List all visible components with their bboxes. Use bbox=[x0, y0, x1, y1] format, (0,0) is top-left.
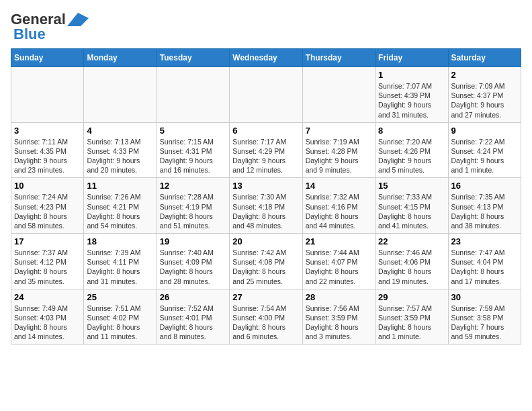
calendar-day-cell: 28Sunrise: 7:56 AM Sunset: 3:59 PM Dayli… bbox=[302, 289, 375, 345]
calendar-day-cell: 9Sunrise: 7:22 AM Sunset: 4:24 PM Daylig… bbox=[448, 122, 521, 178]
day-number: 26 bbox=[160, 292, 226, 302]
day-number: 15 bbox=[378, 181, 445, 191]
calendar-day-cell: 19Sunrise: 7:40 AM Sunset: 4:09 PM Dayli… bbox=[157, 234, 229, 289]
calendar-day-cell bbox=[84, 67, 157, 123]
day-info: Sunrise: 7:57 AM Sunset: 3:59 PM Dayligh… bbox=[378, 304, 445, 342]
calendar-day-cell: 13Sunrise: 7:30 AM Sunset: 4:18 PM Dayli… bbox=[230, 178, 302, 234]
day-number: 25 bbox=[87, 292, 153, 302]
logo-blue-text: Blue bbox=[13, 26, 46, 43]
weekday-header: Tuesday bbox=[157, 49, 229, 67]
svg-marker-0 bbox=[67, 13, 89, 26]
calendar-day-cell: 8Sunrise: 7:20 AM Sunset: 4:26 PM Daylig… bbox=[375, 122, 448, 178]
day-info: Sunrise: 7:32 AM Sunset: 4:16 PM Dayligh… bbox=[306, 192, 372, 230]
calendar-day-cell: 24Sunrise: 7:49 AM Sunset: 4:03 PM Dayli… bbox=[11, 289, 84, 345]
day-number: 18 bbox=[87, 236, 153, 246]
day-info: Sunrise: 7:20 AM Sunset: 4:26 PM Dayligh… bbox=[378, 137, 445, 175]
day-number: 30 bbox=[451, 292, 518, 302]
day-info: Sunrise: 7:40 AM Sunset: 4:09 PM Dayligh… bbox=[160, 248, 226, 286]
calendar-day-cell: 7Sunrise: 7:19 AM Sunset: 4:28 PM Daylig… bbox=[302, 122, 375, 178]
day-number: 6 bbox=[232, 126, 299, 136]
day-info: Sunrise: 7:37 AM Sunset: 4:12 PM Dayligh… bbox=[14, 248, 81, 286]
calendar-header-row: SundayMondayTuesdayWednesdayThursdayFrid… bbox=[11, 49, 521, 67]
calendar-week-row: 3Sunrise: 7:11 AM Sunset: 4:35 PM Daylig… bbox=[11, 122, 521, 178]
calendar-day-cell: 4Sunrise: 7:13 AM Sunset: 4:33 PM Daylig… bbox=[84, 122, 157, 178]
day-number: 21 bbox=[306, 236, 372, 246]
calendar-table: SundayMondayTuesdayWednesdayThursdayFrid… bbox=[11, 48, 521, 345]
day-number: 16 bbox=[451, 181, 518, 191]
weekday-header: Wednesday bbox=[230, 49, 302, 67]
day-info: Sunrise: 7:13 AM Sunset: 4:33 PM Dayligh… bbox=[87, 137, 153, 175]
calendar-day-cell: 21Sunrise: 7:44 AM Sunset: 4:07 PM Dayli… bbox=[302, 234, 375, 289]
day-info: Sunrise: 7:33 AM Sunset: 4:15 PM Dayligh… bbox=[378, 192, 445, 230]
day-info: Sunrise: 7:49 AM Sunset: 4:03 PM Dayligh… bbox=[14, 304, 81, 342]
day-info: Sunrise: 7:35 AM Sunset: 4:13 PM Dayligh… bbox=[451, 192, 518, 230]
day-number: 11 bbox=[87, 181, 153, 191]
day-number: 22 bbox=[378, 236, 445, 246]
calendar-day-cell: 26Sunrise: 7:52 AM Sunset: 4:01 PM Dayli… bbox=[157, 289, 229, 345]
calendar-week-row: 10Sunrise: 7:24 AM Sunset: 4:23 PM Dayli… bbox=[11, 178, 521, 234]
day-info: Sunrise: 7:24 AM Sunset: 4:23 PM Dayligh… bbox=[14, 192, 81, 230]
day-info: Sunrise: 7:22 AM Sunset: 4:24 PM Dayligh… bbox=[451, 137, 518, 175]
calendar-day-cell: 6Sunrise: 7:17 AM Sunset: 4:29 PM Daylig… bbox=[230, 122, 302, 178]
calendar-day-cell: 22Sunrise: 7:46 AM Sunset: 4:06 PM Dayli… bbox=[375, 234, 448, 289]
day-info: Sunrise: 7:30 AM Sunset: 4:18 PM Dayligh… bbox=[232, 192, 299, 230]
calendar-day-cell: 23Sunrise: 7:47 AM Sunset: 4:04 PM Dayli… bbox=[448, 234, 521, 289]
calendar-day-cell: 12Sunrise: 7:28 AM Sunset: 4:19 PM Dayli… bbox=[157, 178, 229, 234]
day-info: Sunrise: 7:46 AM Sunset: 4:06 PM Dayligh… bbox=[378, 248, 445, 286]
weekday-header: Saturday bbox=[448, 49, 521, 67]
day-info: Sunrise: 7:19 AM Sunset: 4:28 PM Dayligh… bbox=[306, 137, 372, 175]
day-info: Sunrise: 7:28 AM Sunset: 4:19 PM Dayligh… bbox=[160, 192, 226, 230]
calendar-day-cell: 2Sunrise: 7:09 AM Sunset: 4:37 PM Daylig… bbox=[448, 67, 521, 123]
calendar-day-cell: 20Sunrise: 7:42 AM Sunset: 4:08 PM Dayli… bbox=[230, 234, 302, 289]
day-info: Sunrise: 7:11 AM Sunset: 4:35 PM Dayligh… bbox=[14, 137, 81, 175]
calendar-day-cell: 16Sunrise: 7:35 AM Sunset: 4:13 PM Dayli… bbox=[448, 178, 521, 234]
calendar-day-cell: 25Sunrise: 7:51 AM Sunset: 4:02 PM Dayli… bbox=[84, 289, 157, 345]
day-info: Sunrise: 7:44 AM Sunset: 4:07 PM Dayligh… bbox=[306, 248, 372, 286]
weekday-header: Thursday bbox=[302, 49, 375, 67]
day-number: 14 bbox=[306, 181, 372, 191]
calendar-day-cell: 17Sunrise: 7:37 AM Sunset: 4:12 PM Dayli… bbox=[11, 234, 84, 289]
day-number: 28 bbox=[306, 292, 372, 302]
calendar-day-cell: 14Sunrise: 7:32 AM Sunset: 4:16 PM Dayli… bbox=[302, 178, 375, 234]
calendar-day-cell: 29Sunrise: 7:57 AM Sunset: 3:59 PM Dayli… bbox=[375, 289, 448, 345]
day-number: 8 bbox=[378, 126, 445, 136]
calendar-week-row: 1Sunrise: 7:07 AM Sunset: 4:39 PM Daylig… bbox=[11, 67, 521, 123]
day-info: Sunrise: 7:09 AM Sunset: 4:37 PM Dayligh… bbox=[451, 81, 518, 120]
day-number: 17 bbox=[14, 236, 81, 246]
day-info: Sunrise: 7:59 AM Sunset: 3:58 PM Dayligh… bbox=[451, 304, 518, 342]
day-number: 9 bbox=[451, 126, 518, 136]
calendar-day-cell: 3Sunrise: 7:11 AM Sunset: 4:35 PM Daylig… bbox=[11, 122, 84, 178]
logo: General Blue bbox=[11, 11, 89, 43]
calendar-day-cell bbox=[302, 67, 375, 123]
day-number: 2 bbox=[451, 70, 518, 80]
day-number: 24 bbox=[14, 292, 81, 302]
calendar-day-cell bbox=[230, 67, 302, 123]
day-number: 7 bbox=[306, 126, 372, 136]
calendar-day-cell: 1Sunrise: 7:07 AM Sunset: 4:39 PM Daylig… bbox=[375, 67, 448, 123]
calendar-day-cell bbox=[11, 67, 84, 123]
day-number: 23 bbox=[451, 236, 518, 246]
calendar-day-cell: 10Sunrise: 7:24 AM Sunset: 4:23 PM Dayli… bbox=[11, 178, 84, 234]
day-info: Sunrise: 7:15 AM Sunset: 4:31 PM Dayligh… bbox=[160, 137, 226, 175]
weekday-header: Monday bbox=[84, 49, 157, 67]
calendar-day-cell bbox=[157, 67, 229, 123]
day-info: Sunrise: 7:47 AM Sunset: 4:04 PM Dayligh… bbox=[451, 248, 518, 286]
day-info: Sunrise: 7:56 AM Sunset: 3:59 PM Dayligh… bbox=[306, 304, 372, 342]
day-number: 29 bbox=[378, 292, 445, 302]
day-number: 20 bbox=[232, 236, 299, 246]
day-number: 5 bbox=[160, 126, 226, 136]
day-number: 19 bbox=[160, 236, 226, 246]
calendar-day-cell: 11Sunrise: 7:26 AM Sunset: 4:21 PM Dayli… bbox=[84, 178, 157, 234]
weekday-header: Friday bbox=[375, 49, 448, 67]
calendar-week-row: 24Sunrise: 7:49 AM Sunset: 4:03 PM Dayli… bbox=[11, 289, 521, 345]
day-number: 12 bbox=[160, 181, 226, 191]
day-number: 13 bbox=[232, 181, 299, 191]
day-info: Sunrise: 7:26 AM Sunset: 4:21 PM Dayligh… bbox=[87, 192, 153, 230]
calendar-day-cell: 27Sunrise: 7:54 AM Sunset: 4:00 PM Dayli… bbox=[230, 289, 302, 345]
day-info: Sunrise: 7:39 AM Sunset: 4:11 PM Dayligh… bbox=[87, 248, 153, 286]
day-number: 27 bbox=[232, 292, 299, 302]
day-number: 1 bbox=[378, 70, 445, 80]
day-number: 3 bbox=[14, 126, 81, 136]
calendar-day-cell: 5Sunrise: 7:15 AM Sunset: 4:31 PM Daylig… bbox=[157, 122, 229, 178]
page-header: General Blue bbox=[11, 11, 521, 43]
